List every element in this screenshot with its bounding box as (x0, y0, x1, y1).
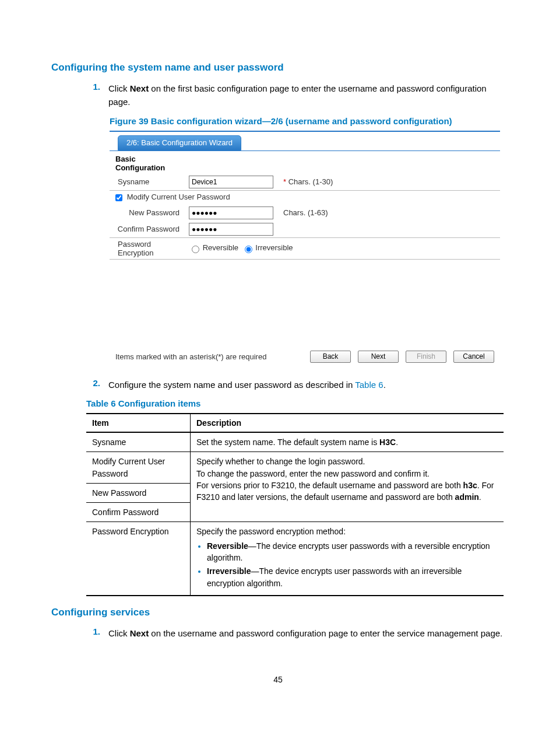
text: For versions prior to F3210, the default… (196, 481, 463, 490)
text: —The device encrypts user passwords with… (207, 541, 490, 562)
text: To change the password, enter the new pa… (196, 468, 498, 480)
encryption-irreversible[interactable]: Irreversible (242, 243, 293, 252)
config-items-table: Item Description Sysname Set the system … (86, 413, 504, 596)
cell-item: New Password (86, 483, 191, 502)
cell-item: Sysname (86, 432, 191, 452)
wizard-footer-text: Items marked with an asterisk(*) are req… (115, 352, 303, 361)
encryption-reversible[interactable]: Reversible (189, 243, 238, 252)
cell-desc: Specify the password encryption method: … (191, 522, 504, 596)
text-bold: H3C (379, 438, 396, 447)
text: . (396, 438, 398, 447)
new-password-label: New Password (110, 205, 185, 221)
wizard-tab[interactable]: 2/6: Basic Configuration Wizard (118, 135, 241, 150)
text: Reversible (203, 243, 238, 252)
cell-item: Modify Current User Password (86, 452, 191, 484)
text-bold: Next (130, 628, 149, 638)
finish-button: Finish (406, 351, 446, 363)
text-bold: admin (455, 492, 479, 502)
text: Specify the password encryption method: (196, 526, 498, 537)
text: Specify whether to change the login pass… (196, 456, 498, 467)
encryption-label: Password Encryption (110, 238, 185, 259)
figure-wizard: 2/6: Basic Configuration Wizard Basic Co… (110, 131, 500, 368)
cell-item: Password Encryption (86, 522, 191, 596)
sysname-input[interactable] (189, 176, 273, 188)
text: Click (108, 83, 130, 93)
new-password-hint: Chars. (1-63) (280, 205, 500, 221)
table-caption: Table 6 Configuration items (86, 398, 505, 408)
text: . (383, 380, 386, 390)
page-number: 45 (51, 675, 505, 684)
modify-password-checkbox[interactable] (115, 194, 122, 201)
modify-password-label: Modify Current User Password (127, 192, 230, 201)
text: Configure the system name and user passw… (108, 380, 355, 390)
text: Chars. (1-30) (286, 177, 333, 186)
th-item: Item (86, 414, 191, 432)
text: Irreversible (255, 243, 293, 252)
confirm-password-input[interactable] (189, 223, 273, 236)
step-number: 1. (86, 626, 100, 636)
new-password-input[interactable] (189, 206, 273, 219)
text-bold: Irreversible (207, 566, 251, 576)
step-number: 1. (86, 82, 100, 92)
table-reference-link[interactable]: Table 6 (355, 380, 383, 390)
step-text: Click Next on the username and password … (108, 626, 505, 640)
text-bold: h3c (463, 481, 477, 490)
confirm-password-label: Confirm Password (110, 221, 185, 237)
sysname-hint: * Chars. (1-30) (280, 174, 500, 190)
step-text: Click Next on the first basic configurat… (108, 82, 505, 109)
step-text: Configure the system name and user passw… (108, 378, 505, 391)
text-bold: Next (130, 83, 149, 93)
sysname-label: Sysname (110, 174, 185, 190)
th-description: Description (191, 414, 504, 432)
text: Set the system name. The default system … (196, 438, 379, 447)
cell-item: Confirm Password (86, 503, 191, 522)
back-button[interactable]: Back (310, 351, 351, 363)
figure-caption: Figure 39 Basic configuration wizard—2/6… (110, 116, 505, 126)
text: on the username and password configurati… (149, 628, 502, 638)
text: Click (108, 628, 130, 638)
next-button[interactable]: Next (358, 351, 399, 363)
cancel-button[interactable]: Cancel (453, 351, 494, 363)
text: on the first basic configuration page to… (108, 83, 487, 107)
text-bold: Reversible (207, 541, 248, 551)
cell-desc: Specify whether to change the login pass… (191, 452, 504, 522)
step-number: 2. (86, 378, 100, 388)
heading-config-services: Configuring services (51, 607, 505, 618)
cell-desc: Set the system name. The default system … (191, 432, 504, 452)
heading-config-sysname: Configuring the system name and user pas… (51, 62, 505, 74)
wizard-section-title: Basic Configuration (110, 153, 180, 174)
text: . (479, 492, 481, 502)
